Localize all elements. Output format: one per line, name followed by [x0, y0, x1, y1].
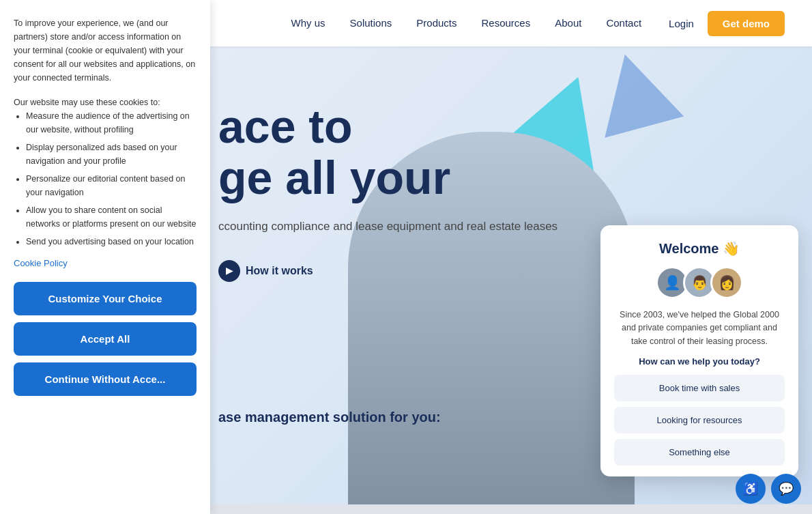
- hero-headline-2: ge all your: [218, 152, 557, 203]
- chat-description: Since 2003, we've helped the Global 2000…: [614, 309, 785, 348]
- cookie-list-item-1: Measure the audience of the advertising …: [26, 109, 197, 137]
- avatar-3: 👩: [710, 266, 743, 299]
- nav-about[interactable]: About: [555, 17, 581, 29]
- continue-without-button[interactable]: Continue Without Acce...: [14, 362, 197, 396]
- cookie-policy-link[interactable]: Cookie Policy: [14, 258, 197, 268]
- chat-option-book[interactable]: Book time with sales: [614, 375, 785, 401]
- hero-headline-1: ace to: [218, 101, 557, 152]
- nav-resources[interactable]: Resources: [482, 17, 531, 29]
- chat-icon-button[interactable]: 💬: [771, 474, 801, 504]
- chat-option-else[interactable]: Something else: [614, 439, 785, 466]
- chat-icon: 💬: [779, 481, 794, 496]
- hero-bottom-text: ase management solution for you:: [218, 410, 441, 425]
- accessibility-button[interactable]: ♿: [736, 474, 766, 504]
- accessibility-icon: ♿: [743, 481, 758, 496]
- cookie-list: Measure the audience of the advertising …: [14, 109, 197, 248]
- get-demo-button[interactable]: Get demo: [708, 11, 785, 36]
- cookie-list-item-4: Allow you to share content on social net…: [26, 203, 197, 231]
- nav-contact[interactable]: Contact: [606, 17, 641, 29]
- nav-products[interactable]: Products: [416, 17, 456, 29]
- nav-why-us[interactable]: Why us: [291, 17, 325, 29]
- chat-welcome: Welcome 👋: [614, 240, 785, 257]
- customize-choice-button[interactable]: Customize Your Choice: [14, 282, 197, 315]
- cookie-list-item-5: Send you advertising based on your locat…: [26, 235, 197, 248]
- hero-subtext: ccounting compliance and lease equipment…: [218, 217, 557, 235]
- cookie-panel: To improve your experience, we (and our …: [0, 0, 210, 514]
- chat-avatars: 👤 👨 👩: [614, 266, 785, 299]
- chat-question: How can we help you today?: [614, 356, 785, 367]
- chat-option-resources[interactable]: Looking for resources: [614, 407, 785, 433]
- how-it-works-button[interactable]: ▶ How it works: [218, 260, 313, 282]
- nav-solutions[interactable]: Solutions: [350, 17, 392, 29]
- cookie-body-text: To improve your experience, we (and our …: [14, 16, 197, 85]
- nav-links: Why us Solutions Products Resources Abou…: [291, 17, 642, 29]
- nav-actions: Login Get demo: [669, 11, 785, 36]
- bottom-icons: ♿ 💬: [736, 474, 801, 504]
- cookie-list-item-2: Display personalized ads based on your n…: [26, 141, 197, 168]
- play-icon: ▶: [218, 260, 240, 282]
- cookie-list-intro: Our website may use these cookies to:: [14, 98, 160, 107]
- cookie-list-item-3: Personalize our editorial content based …: [26, 172, 197, 199]
- login-button[interactable]: Login: [669, 18, 694, 29]
- hero-text: ace to ge all your ccounting compliance …: [218, 101, 557, 282]
- hero-cta-row: ▶ How it works: [218, 260, 557, 282]
- cookie-list-section: Our website may use these cookies to: Me…: [14, 96, 197, 253]
- how-it-works-label: How it works: [246, 265, 313, 277]
- accept-all-button[interactable]: Accept All: [14, 322, 197, 356]
- chat-widget: Welcome 👋 👤 👨 👩 Since 2003, we've helped…: [600, 225, 798, 476]
